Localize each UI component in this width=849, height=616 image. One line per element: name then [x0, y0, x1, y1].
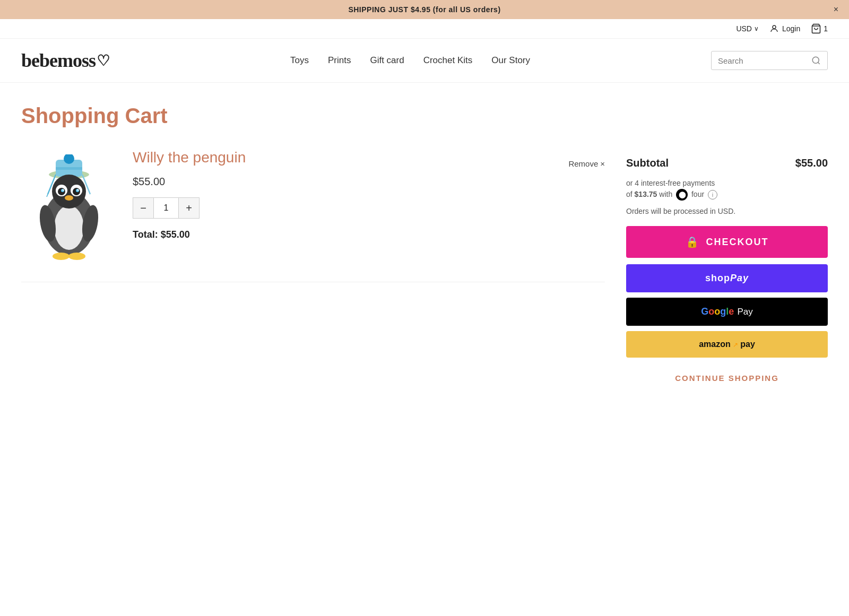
logo: bebemoss ♡ [21, 49, 109, 72]
four-logo-icon: ⬤ [676, 189, 688, 201]
nav-item-ourstory[interactable]: Our Story [491, 55, 530, 66]
search-input[interactable] [718, 56, 807, 65]
shoppay-pay: Pay [730, 273, 749, 283]
subtotal-value: $55.00 [795, 157, 828, 169]
quantity-increase-button[interactable]: + [179, 198, 199, 218]
announcement-bar: SHIPPING JUST $4.95 (for all US orders) … [0, 0, 849, 19]
svg-point-24 [53, 253, 70, 260]
nav-item-toys[interactable]: Toys [290, 55, 309, 66]
cart-link[interactable]: 1 [811, 23, 828, 34]
amazon-logo: amazon ↗ [699, 340, 738, 349]
svg-point-33 [63, 189, 64, 191]
installment-amount: $13.75 [635, 190, 657, 198]
svg-point-34 [77, 189, 79, 191]
announcement-close-button[interactable]: × [834, 5, 838, 14]
logo-text: bebemoss [21, 49, 96, 72]
continue-shopping-link[interactable]: CONTINUE SHOPPING [626, 368, 828, 388]
remove-button[interactable]: Remove × [568, 149, 605, 176]
checkout-label: CHECKOUT [706, 237, 769, 248]
shoppay-button[interactable]: shopPay [626, 264, 828, 292]
quantity-decrease-button[interactable]: − [133, 198, 153, 218]
order-summary: Subtotal $55.00 or 4 interest-free payme… [626, 104, 828, 388]
cart-icon [811, 23, 821, 34]
penguin-illustration [32, 154, 106, 261]
subtotal-label: Subtotal [626, 157, 669, 169]
main-nav: Toys Prints Gift card Crochet Kits Our S… [290, 55, 530, 66]
announcement-text: SHIPPING JUST $4.95 (for all US orders) [348, 5, 500, 14]
shoppay-shop: shop [705, 273, 730, 283]
nav-item-prints[interactable]: Prints [328, 55, 351, 66]
lock-icon: 🔒 [686, 236, 700, 248]
svg-point-35 [65, 195, 73, 201]
checkout-button[interactable]: 🔒 CHECKOUT [626, 226, 828, 258]
header: bebemoss ♡ Toys Prints Gift card Crochet… [0, 39, 849, 83]
product-image [21, 149, 117, 266]
amazonpay-button[interactable]: amazon ↗ pay [626, 331, 828, 358]
svg-point-2 [812, 57, 819, 63]
svg-rect-6 [56, 167, 82, 170]
info-icon[interactable]: i [708, 190, 717, 199]
installment-text: or 4 interest-free payments of $13.75 wi… [626, 178, 828, 201]
cart-item-inner: Willy the penguin Remove × $55.00 − 1 + … [21, 149, 605, 266]
product-name: Willy the penguin [133, 149, 246, 166]
svg-point-12 [54, 205, 84, 250]
installment-with: with [659, 190, 672, 198]
gpay-button[interactable]: Google Pay [626, 298, 828, 326]
remove-icon: × [600, 159, 605, 168]
cart-title: Shopping Cart [21, 104, 605, 128]
total-label: Total: [133, 229, 158, 240]
currency-label: USD [736, 24, 752, 33]
search-box[interactable] [711, 51, 828, 70]
nav-item-giftcard[interactable]: Gift card [370, 55, 404, 66]
nav-item-crochet[interactable]: Crochet Kits [423, 55, 473, 66]
product-price: $55.00 [133, 176, 605, 188]
logo-heart: ♡ [97, 52, 109, 70]
utility-bar: USD ∨ Login 1 [0, 19, 849, 39]
login-label: Login [782, 24, 800, 33]
total-value: $55.00 [161, 229, 190, 240]
currency-selector[interactable]: USD ∨ [736, 24, 759, 33]
cart-item: Willy the penguin Remove × $55.00 − 1 + … [21, 149, 605, 282]
login-link[interactable]: Login [769, 24, 800, 33]
cart-count: 1 [824, 24, 828, 33]
page-content: Shopping Cart [0, 83, 849, 409]
quantity-display: 1 [153, 198, 179, 218]
currency-chevron-icon: ∨ [754, 25, 759, 32]
item-header: Willy the penguin Remove × [133, 149, 605, 176]
svg-line-3 [818, 62, 819, 64]
amazonpay-pay: pay [740, 340, 755, 349]
subtotal-row: Subtotal $55.00 [626, 157, 828, 169]
amazon-text: amazon [699, 340, 731, 349]
cart-area: Shopping Cart [21, 104, 605, 388]
google-logo-icon: Google [701, 306, 734, 317]
search-icon [811, 56, 821, 65]
svg-point-25 [68, 253, 85, 260]
quantity-control: − 1 + [133, 197, 200, 219]
installment-of: of [626, 190, 635, 198]
currency-note: Orders will be processed in USD. [626, 207, 828, 215]
gpay-label: Pay [737, 307, 752, 317]
installment-brand: four [691, 190, 704, 198]
remove-label: Remove [568, 159, 598, 168]
user-icon [769, 24, 779, 33]
amazon-smile-icon: ↗ [733, 341, 738, 349]
svg-point-0 [773, 25, 776, 29]
shoppay-logo: shopPay [705, 273, 749, 284]
product-total: Total: $55.00 [133, 229, 605, 240]
product-details: Willy the penguin Remove × $55.00 − 1 + … [133, 149, 605, 240]
